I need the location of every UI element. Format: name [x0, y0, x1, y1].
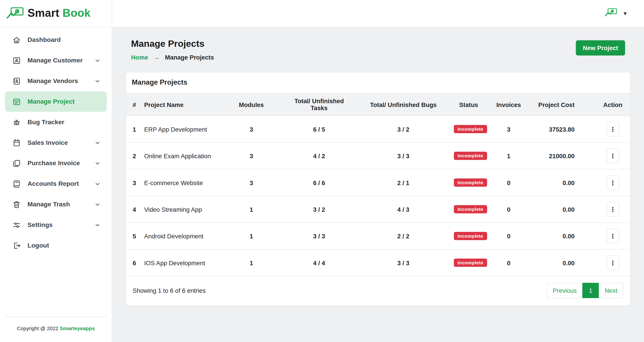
- bugs-count: 2 / 1: [356, 169, 450, 196]
- brand-name: Smart Book: [28, 7, 90, 20]
- copyright-brand-link[interactable]: Smarteyeapps: [60, 326, 95, 331]
- copyright-text: Copyright @ 2022: [17, 326, 60, 331]
- tasks-count: 6 / 5: [282, 116, 356, 142]
- sidebar-item-manage-project[interactable]: Manage Project: [5, 91, 107, 112]
- brand[interactable]: Smart Book: [0, 0, 112, 27]
- pagination-next-button[interactable]: Next: [599, 283, 624, 298]
- row-actions-button[interactable]: ⋮: [606, 148, 619, 163]
- sales-invoice-icon: [12, 138, 21, 147]
- invoices-count: 0: [487, 223, 531, 249]
- sidebar-item-bug-tracker[interactable]: Bug Tracker: [5, 112, 107, 133]
- project-icon: [12, 97, 21, 106]
- col-header-name: Project Name: [142, 93, 220, 116]
- invoices-count: 3: [487, 116, 531, 142]
- col-header-tasks: Total/ Unfinished Tasks: [282, 93, 356, 116]
- bugs-count: 3 / 3: [356, 249, 450, 276]
- status-badge: Incomplete: [454, 152, 487, 160]
- col-header-index: #: [126, 93, 142, 116]
- sidebar-nav: Dashboard Manage Customer Manage Vendors: [0, 27, 112, 256]
- breadcrumb-arrow-icon: →: [154, 54, 160, 61]
- vendors-icon: [12, 77, 21, 86]
- sidebar-item-label: Purchase Invoice: [28, 160, 88, 167]
- project-cost: 0.00: [531, 249, 594, 276]
- sidebar: Smart Book Dashboard Manage Customer: [0, 0, 112, 342]
- page-content: Manage Projects Home → Manage Projects N…: [112, 27, 644, 306]
- brand-logo-icon: [6, 6, 24, 21]
- sidebar-item-label: Logout: [28, 242, 101, 249]
- table-row: 4 Video Streaming App 1 3 / 2 4 / 3 Inco…: [126, 196, 630, 222]
- sidebar-item-settings[interactable]: Settings: [5, 215, 107, 235]
- row-actions-button[interactable]: ⋮: [606, 175, 619, 190]
- sidebar-item-manage-trash[interactable]: Manage Trash: [5, 194, 107, 215]
- pagination-previous-button[interactable]: Previous: [546, 283, 582, 298]
- page-head: Manage Projects Home → Manage Projects N…: [131, 39, 625, 61]
- sidebar-item-accounts-report[interactable]: Accounts Report: [5, 173, 107, 194]
- row-index: 3: [126, 169, 142, 196]
- col-header-action: Action: [594, 93, 630, 116]
- invoices-count: 0: [487, 169, 531, 196]
- row-actions-button[interactable]: ⋮: [606, 255, 619, 270]
- status-badge: Incomplete: [454, 232, 487, 240]
- sidebar-item-logout[interactable]: Logout: [5, 235, 107, 256]
- page-title: Manage Projects: [131, 39, 214, 50]
- table-row: 6 IOS App Development 1 4 / 4 3 / 3 Inco…: [126, 249, 630, 276]
- project-name: Android Development: [142, 223, 220, 249]
- sidebar-item-manage-customer[interactable]: Manage Customer: [5, 50, 107, 71]
- project-cost: 37523.80: [531, 116, 594, 142]
- sidebar-item-label: Manage Customer: [28, 57, 88, 64]
- bug-icon: [12, 118, 21, 126]
- col-header-bugs: Total/ Unfinished Bugs: [356, 93, 450, 116]
- new-project-button[interactable]: New Project: [576, 40, 625, 56]
- sidebar-item-purchase-invoice[interactable]: Purchase Invoice: [5, 153, 107, 173]
- col-header-modules: Modules: [220, 93, 282, 116]
- home-icon: [12, 36, 21, 44]
- sidebar-item-sales-invoice[interactable]: Sales Invoice: [5, 132, 107, 153]
- main-column: ▼ Manage Projects Home → Manage Projects…: [112, 0, 644, 342]
- chevron-down-icon: [94, 221, 101, 228]
- row-actions-button[interactable]: ⋮: [606, 228, 619, 243]
- breadcrumb-home-link[interactable]: Home: [131, 54, 148, 61]
- purchase-invoice-icon: [12, 159, 21, 168]
- row-actions-button[interactable]: ⋮: [606, 202, 619, 217]
- row-index: 6: [126, 249, 142, 276]
- row-index: 1: [126, 116, 142, 142]
- chevron-down-icon: [94, 78, 101, 84]
- breadcrumb-current: Manage Projects: [165, 54, 214, 61]
- col-header-invoices: Invoices: [487, 93, 531, 116]
- sidebar-item-dashboard[interactable]: Dashboard: [5, 30, 107, 50]
- status-badge: Incomplete: [454, 205, 487, 213]
- title-block: Manage Projects Home → Manage Projects: [131, 39, 214, 61]
- sidebar-item-label: Manage Trash: [28, 201, 88, 208]
- sidebar-item-label: Accounts Report: [28, 180, 88, 187]
- sidebar-item-manage-vendors[interactable]: Manage Vendors: [5, 71, 107, 91]
- pagination-page-1-button[interactable]: 1: [582, 283, 599, 298]
- sidebar-item-label: Settings: [28, 221, 88, 228]
- sidebar-item-label: Dashboard: [28, 36, 101, 44]
- logout-icon: [12, 241, 21, 250]
- modules-count: 1: [220, 249, 282, 276]
- invoices-count: 1: [487, 142, 531, 169]
- modules-count: 3: [220, 142, 282, 169]
- accounts-report-icon: [12, 179, 21, 188]
- kebab-icon: ⋮: [610, 260, 616, 266]
- kebab-icon: ⋮: [610, 179, 616, 186]
- project-cost: 0.00: [531, 223, 594, 249]
- bugs-count: 2 / 2: [356, 223, 450, 249]
- trash-icon: [12, 200, 21, 209]
- row-actions-button[interactable]: ⋮: [606, 122, 619, 137]
- row-index: 4: [126, 196, 142, 222]
- tasks-count: 3 / 2: [282, 196, 356, 222]
- bugs-count: 4 / 3: [356, 196, 450, 222]
- sidebar-item-label: Manage Project: [28, 98, 101, 105]
- col-header-status: Status: [450, 93, 487, 116]
- modules-count: 1: [220, 196, 282, 222]
- table-header-row: # Project Name Modules Total/ Unfinished…: [126, 93, 630, 116]
- chevron-down-icon: [94, 57, 101, 64]
- topbar: ▼: [112, 0, 644, 27]
- project-name: E-commerce Website: [142, 169, 220, 196]
- user-menu-button[interactable]: ▼: [604, 7, 628, 20]
- settings-sliders-icon: [12, 220, 21, 229]
- chevron-down-icon: [94, 180, 101, 187]
- sidebar-item-label: Sales Invoice: [28, 139, 88, 146]
- project-cost: 0.00: [531, 196, 594, 222]
